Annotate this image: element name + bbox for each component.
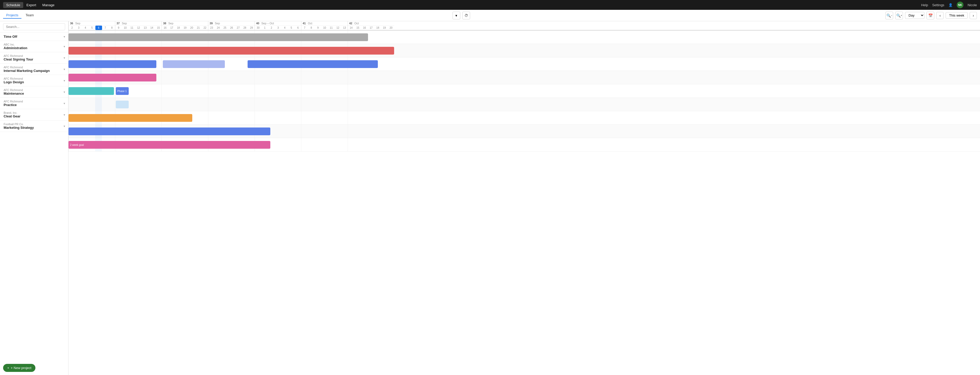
- new-project-label: + New project: [11, 366, 32, 370]
- project-company: AFC Richmond: [4, 66, 49, 69]
- day-cell: 10: [321, 26, 328, 30]
- day-cell: 24: [215, 26, 222, 30]
- chevron-icon: ▾: [64, 79, 65, 83]
- gantt-row: [68, 30, 980, 44]
- day-cell: 26: [228, 26, 235, 30]
- week-header-36: 36Sep2345678: [68, 21, 115, 30]
- day-cell: 12: [135, 26, 142, 30]
- project-label: Practice: [4, 103, 23, 107]
- clock-btn[interactable]: ⏱: [462, 12, 470, 19]
- tab-projects[interactable]: Projects: [3, 12, 21, 19]
- sidebar-item-afc-maintenance[interactable]: AFC Richmond Maintenance ▾: [0, 86, 68, 98]
- user-icon: 👤: [948, 3, 953, 7]
- day-cell: 29: [248, 26, 255, 30]
- project-list: Time Off ▾ ABC Inc. Administration ▾ AFC…: [0, 33, 68, 361]
- day-cell: 18: [374, 26, 381, 30]
- sidebar-item-abc-admin[interactable]: ABC Inc. Administration ▾: [0, 41, 68, 52]
- top-nav: Schedule Export Manage Help Settings 👤 N…: [0, 0, 980, 10]
- day-cell: 3: [275, 26, 282, 30]
- day-cell: 20: [388, 26, 395, 30]
- day-cell: 11: [129, 26, 135, 30]
- day-cell: 5: [89, 26, 95, 30]
- day-cell: 21: [195, 26, 202, 30]
- zoom-out-btn[interactable]: 🔍−: [885, 12, 893, 19]
- project-company: Brand, Inc.: [4, 111, 21, 114]
- day-cell: 10: [122, 26, 129, 30]
- new-project-btn[interactable]: + + New project: [3, 364, 35, 372]
- day-cell: 7: [301, 26, 308, 30]
- project-company: AFC Richmond: [4, 54, 33, 57]
- nav-manage[interactable]: Manage: [39, 2, 57, 8]
- day-cell: 27: [235, 26, 242, 30]
- gantt-row: [68, 57, 980, 71]
- day-cell: 20: [188, 26, 195, 30]
- calendar-area[interactable]: 36Sep234567837Sep910111213141538Sep16171…: [68, 21, 980, 375]
- gantt-row: Phase 1: [68, 84, 980, 98]
- calendar-icon-btn[interactable]: 📅: [926, 12, 934, 19]
- sidebar-item-afc-cleat[interactable]: AFC Richmond Cleat Signing Tour ▾: [0, 52, 68, 64]
- gantt-row: [68, 124, 980, 138]
- day-cell: 18: [175, 26, 182, 30]
- day-cell: 17: [368, 26, 374, 30]
- nav-schedule[interactable]: Schedule: [3, 2, 23, 8]
- prev-week-btn[interactable]: ‹: [936, 12, 943, 19]
- gantt-rows: Phase 12 week goal: [68, 30, 980, 152]
- project-label: Administration: [4, 46, 27, 50]
- project-label: Cleat Signing Tour: [4, 57, 33, 61]
- sidebar-item-brand-cleat[interactable]: Brand, Inc. Cleat Gear ▾: [0, 109, 68, 121]
- project-label: Cleat Gear: [4, 114, 21, 118]
- dropdown-btn[interactable]: ▾: [452, 12, 460, 19]
- project-company: ABC Inc.: [4, 43, 27, 46]
- sidebar-item-time-off[interactable]: Time Off ▾: [0, 33, 68, 41]
- week-header-41: 41Oct78910111213: [301, 21, 348, 30]
- project-label: Marketing Strategy: [4, 126, 34, 129]
- gantt-row: 2 week goal: [68, 138, 980, 152]
- gantt-row: [68, 44, 980, 57]
- next-week-btn[interactable]: ›: [970, 12, 977, 19]
- project-label: Maintenance: [4, 91, 24, 96]
- day-cell: 6: [294, 26, 301, 30]
- this-week-btn[interactable]: This week: [946, 12, 967, 19]
- chevron-icon: ▾: [64, 67, 65, 71]
- day-cell: 19: [182, 26, 188, 30]
- project-label: Internal Marketing Campaign: [4, 69, 49, 73]
- gantt-row: [68, 71, 980, 84]
- avatar[interactable]: NK: [957, 2, 964, 8]
- search-box: [0, 21, 68, 33]
- day-cell: 3: [75, 26, 82, 30]
- zoom-in-btn[interactable]: 🔍+: [895, 12, 903, 19]
- day-cell: 1: [261, 26, 268, 30]
- week-header-42: 42Oct14151617181920: [348, 21, 394, 30]
- day-cell: 6: [95, 26, 102, 30]
- sidebar-item-afc-practice[interactable]: AFC Richmond Practice ▾: [0, 98, 68, 109]
- day-cell: 23: [208, 26, 215, 30]
- chevron-icon: ▾: [64, 102, 65, 105]
- day-cell: 9: [315, 26, 321, 30]
- nav-right: Help Settings 👤 NK Nicole: [921, 2, 977, 8]
- day-cell: 8: [308, 26, 315, 30]
- nav-help[interactable]: Help: [921, 3, 928, 7]
- nav-settings[interactable]: Settings: [932, 3, 944, 7]
- day-cell: 13: [142, 26, 149, 30]
- chevron-icon: ▾: [64, 45, 65, 48]
- project-label: Logo Design: [4, 80, 24, 84]
- search-input[interactable]: [3, 23, 65, 30]
- day-cell: 28: [242, 26, 248, 30]
- day-cell: 9: [115, 26, 122, 30]
- tab-group: Projects Team: [3, 12, 37, 19]
- day-cell: 25: [221, 26, 228, 30]
- sidebar-item-afc-logo[interactable]: AFC Richmond Logo Design ▾: [0, 75, 68, 86]
- day-cell: 14: [149, 26, 155, 30]
- day-select[interactable]: Day Week Month: [905, 12, 924, 19]
- plus-icon: +: [7, 366, 9, 370]
- sidebar-item-football-marketing[interactable]: Football PR Co. Marketing Strategy ▾: [0, 121, 68, 132]
- chevron-icon: ▾: [64, 35, 65, 38]
- tab-team[interactable]: Team: [22, 12, 37, 19]
- day-cell: 4: [82, 26, 89, 30]
- nav-export[interactable]: Export: [23, 2, 39, 8]
- day-cell: 16: [162, 26, 169, 30]
- day-cell: 30: [255, 26, 261, 30]
- chevron-icon: ▾: [64, 113, 65, 116]
- day-cell: 11: [328, 26, 335, 30]
- sidebar-item-afc-marketing[interactable]: AFC Richmond Internal Marketing Campaign…: [0, 64, 68, 75]
